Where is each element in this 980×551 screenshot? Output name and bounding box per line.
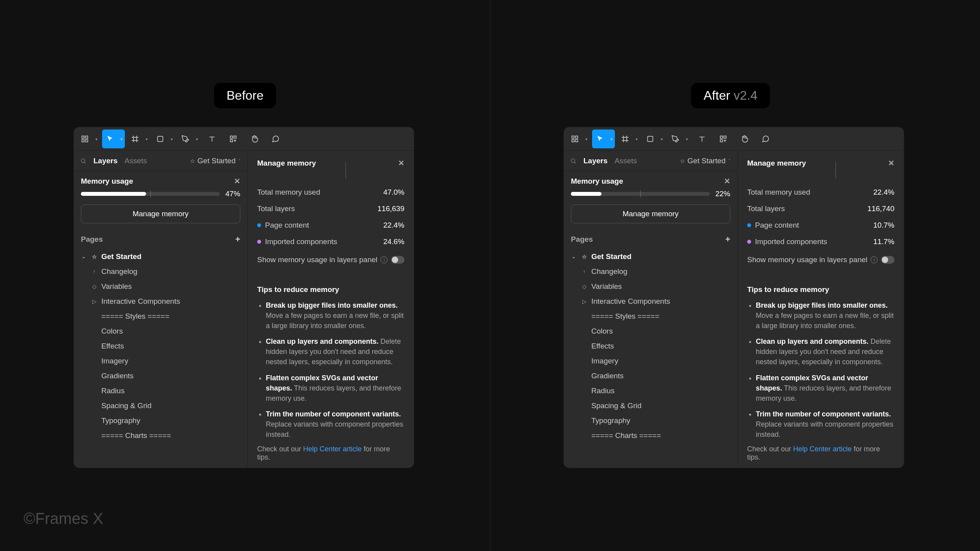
imported-value: 24.6%	[383, 237, 404, 246]
page-label: Effects	[101, 342, 124, 350]
search-icon[interactable]	[570, 158, 576, 164]
pages-label: Pages	[571, 235, 593, 244]
page-label: ===== Charts =====	[591, 431, 661, 440]
page-item[interactable]: Gradients	[567, 369, 734, 383]
page-label: Effects	[591, 342, 614, 350]
svg-rect-13	[230, 139, 233, 142]
pen-tool-button[interactable]: ▾	[177, 130, 200, 148]
text-tool-button[interactable]	[693, 130, 711, 148]
close-panel-icon[interactable]: ✕	[398, 159, 404, 168]
frame-tool-button[interactable]: ▾	[617, 130, 640, 148]
shape-tool-button[interactable]: ▾	[152, 130, 175, 148]
comment-tool-button[interactable]	[266, 130, 285, 148]
pen-tool-button[interactable]: ▾	[667, 130, 690, 148]
layers-panel-toggle[interactable]	[391, 256, 404, 264]
move-tool-button[interactable]: ▾	[102, 130, 125, 148]
close-memory-icon[interactable]: ✕	[724, 177, 730, 186]
svg-rect-1	[86, 136, 88, 138]
page-icon: ▷	[581, 298, 587, 305]
move-tool-button[interactable]: ▾	[592, 130, 615, 148]
info-icon[interactable]: i	[380, 256, 388, 263]
file-name-dropdown[interactable]: ☆ Get Started ⌃	[680, 157, 731, 165]
resources-button[interactable]	[714, 130, 733, 148]
page-item[interactable]: Spacing & Grid	[77, 398, 244, 413]
page-icon: ☆	[91, 254, 97, 260]
page-label: Variables	[591, 282, 622, 291]
page-item[interactable]: ▷Interactive Components	[77, 294, 244, 309]
page-item[interactable]: Effects	[77, 339, 244, 354]
assets-tab[interactable]: Assets	[124, 157, 147, 165]
total-memory-label: Total memory used	[747, 188, 810, 197]
main-menu-button[interactable]: ▾	[567, 130, 590, 148]
shape-tool-button[interactable]: ▾	[642, 130, 665, 148]
page-item[interactable]: Typography	[77, 413, 244, 428]
page-label: Variables	[101, 282, 132, 291]
page-label: Imagery	[591, 357, 618, 365]
search-icon[interactable]	[80, 158, 86, 164]
page-content-label: Page content	[755, 221, 799, 230]
close-memory-icon[interactable]: ✕	[234, 177, 240, 186]
toggle-label: Show memory usage in layers panel	[257, 255, 377, 264]
page-item[interactable]: Spacing & Grid	[567, 398, 734, 413]
page-item[interactable]: ===== Charts =====	[567, 428, 734, 443]
page-icon: ▷	[91, 298, 97, 305]
total-memory-value: 47.0%	[383, 188, 404, 197]
text-tool-button[interactable]	[203, 130, 221, 148]
frame-tool-button[interactable]: ▾	[127, 130, 150, 148]
layers-tab[interactable]: Layers	[93, 157, 117, 165]
page-item[interactable]: ↑Changelog	[567, 264, 734, 279]
manage-memory-button[interactable]: Manage memory	[81, 204, 240, 223]
page-item[interactable]: ◇Variables	[567, 279, 734, 294]
page-item[interactable]: ▷Interactive Components	[567, 294, 734, 309]
svg-rect-0	[82, 136, 84, 138]
layers-panel-toggle[interactable]	[881, 256, 894, 264]
total-layers-label: Total layers	[747, 204, 785, 213]
page-label: Typography	[101, 416, 140, 425]
help-center-link[interactable]: Help Center article	[793, 445, 852, 453]
page-item[interactable]: Typography	[567, 413, 734, 428]
total-memory-label: Total memory used	[257, 188, 320, 197]
imported-label: Imported components	[755, 237, 827, 246]
memory-bar-fill	[571, 192, 602, 196]
page-item[interactable]: ⌄☆Get Started	[567, 249, 734, 264]
file-name-dropdown[interactable]: ☆ Get Started ⌃	[190, 157, 241, 165]
page-item[interactable]: ◇Variables	[77, 279, 244, 294]
resources-button[interactable]	[224, 130, 243, 148]
page-icon: ◇	[91, 283, 97, 290]
page-item[interactable]: ===== Charts =====	[77, 428, 244, 443]
hand-tool-button[interactable]	[245, 130, 264, 148]
svg-rect-8	[157, 136, 163, 141]
page-item[interactable]: ⌄☆Get Started	[77, 249, 244, 264]
page-label: ===== Charts =====	[101, 431, 171, 440]
layers-tab[interactable]: Layers	[583, 157, 607, 165]
page-item[interactable]: ↑Changelog	[77, 264, 244, 279]
page-item[interactable]: ===== Styles =====	[77, 309, 244, 324]
page-item[interactable]: Radius	[567, 383, 734, 398]
tip-item: Break up bigger files into smaller ones.…	[266, 300, 404, 331]
page-item[interactable]: Effects	[567, 339, 734, 354]
tip-item: Trim the number of component variants. R…	[266, 409, 404, 440]
page-item[interactable]: Colors	[77, 324, 244, 339]
add-page-icon[interactable]: +	[235, 234, 240, 244]
main-menu-button[interactable]: ▾	[77, 130, 100, 148]
page-item[interactable]: Radius	[77, 383, 244, 398]
page-item[interactable]: Imagery	[77, 354, 244, 369]
page-item[interactable]: ===== Styles =====	[567, 309, 734, 324]
panel-title: Manage memory	[257, 159, 316, 168]
add-page-icon[interactable]: +	[725, 234, 730, 244]
svg-rect-30	[724, 136, 726, 138]
assets-tab[interactable]: Assets	[614, 157, 637, 165]
page-item[interactable]: Imagery	[567, 354, 734, 369]
page-icon: ☆	[581, 254, 587, 260]
total-layers-value: 116,740	[867, 204, 894, 213]
hand-tool-button[interactable]	[735, 130, 754, 148]
comment-tool-button[interactable]	[756, 130, 775, 148]
svg-rect-2	[82, 139, 84, 142]
page-item[interactable]: Colors	[567, 324, 734, 339]
manage-memory-button[interactable]: Manage memory	[571, 204, 730, 223]
close-panel-icon[interactable]: ✕	[888, 159, 894, 168]
info-icon[interactable]: i	[870, 256, 878, 263]
help-center-link[interactable]: Help Center article	[303, 445, 362, 453]
page-item[interactable]: Gradients	[77, 369, 244, 383]
page-label: Imagery	[101, 357, 128, 365]
